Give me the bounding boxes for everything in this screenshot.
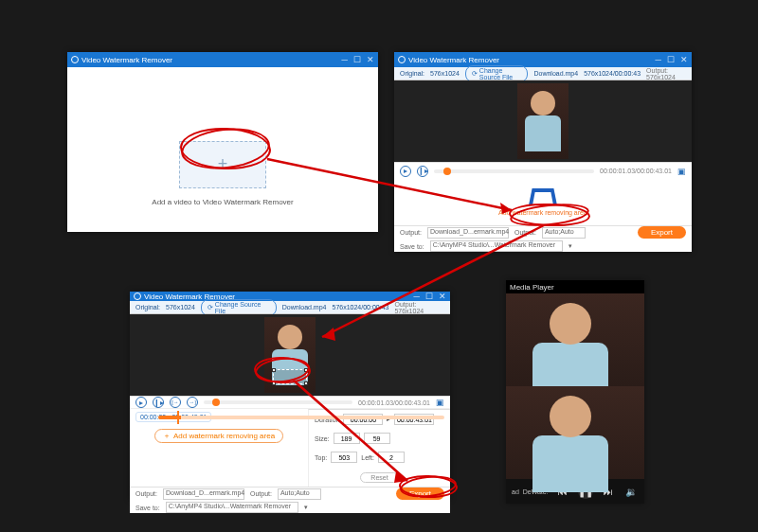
source-filename: Download.mp4 xyxy=(533,70,578,77)
export-button[interactable]: Export xyxy=(638,226,686,239)
export-button[interactable]: Export xyxy=(396,488,444,500)
top-input[interactable] xyxy=(331,452,357,463)
plus-icon: + xyxy=(218,154,228,174)
left-input[interactable] xyxy=(378,452,405,463)
media-player-title: Media Player xyxy=(506,280,644,293)
original-label: Original: xyxy=(400,70,424,77)
output-format-select[interactable]: Auto;Auto xyxy=(542,227,586,239)
maximize-icon[interactable]: ☐ xyxy=(353,55,361,64)
size-height-input[interactable] xyxy=(364,433,390,444)
window-add-area: Video Watermark Remover ─ ☐ ✕ Original: … xyxy=(394,52,692,252)
media-frame-top xyxy=(506,293,644,386)
top-label: Top: xyxy=(315,454,327,461)
titlebar: Video Watermark Remover ─ ☐ ✕ xyxy=(394,52,692,67)
step-icon[interactable]: ❙▸ xyxy=(417,166,428,177)
original-value: 576x1024 xyxy=(430,70,460,77)
close-icon[interactable]: ✕ xyxy=(367,55,374,64)
volume-icon[interactable]: 🔉 xyxy=(623,484,639,499)
time-display: 00:00:01.03/00:00:43.01 xyxy=(600,168,672,174)
app-logo-icon xyxy=(398,56,406,63)
add-area-zone: Add watermark removing area xyxy=(394,179,692,225)
reset-button[interactable]: Reset xyxy=(360,472,398,483)
save-path-field[interactable]: C:\AnyMP4 Studio\...Watermark Remover xyxy=(166,502,298,513)
set-out-icon[interactable]: →] xyxy=(187,397,198,408)
window-editor: Video Watermark Remover ─ ☐ ✕ Original: … xyxy=(130,292,450,500)
video-thumbnail xyxy=(517,83,568,159)
size-width-input[interactable] xyxy=(334,433,360,444)
step-icon[interactable]: ❙▸ xyxy=(153,397,164,408)
add-video-dropzone[interactable]: + xyxy=(179,141,266,188)
titlebar: Video Watermark Remover ─ ☐ ✕ xyxy=(130,292,450,301)
left-label: Left: xyxy=(361,454,374,461)
add-area-link[interactable]: Add watermark removing area xyxy=(498,209,587,216)
save-to-label: Save to: xyxy=(400,243,424,250)
size-label: Size: xyxy=(315,435,330,442)
titlebar: Video Watermark Remover ─ ☐ ✕ xyxy=(67,52,378,67)
media-player-window: Media Player ad_DeWate... ⏮ ❚❚ ⏭ 🔉 xyxy=(506,280,644,504)
source-dims: 576x1024/00:00:43 xyxy=(584,70,641,77)
set-in-icon[interactable]: [→ xyxy=(170,397,181,408)
dropzone-hint: Add a video to Video Watermark Remover xyxy=(152,198,293,206)
maximize-icon[interactable]: ☐ xyxy=(425,292,433,301)
save-path-dropdown-icon[interactable]: ▾ xyxy=(304,504,308,511)
time-display: 00:00:01.03/00:00:43.01 xyxy=(358,399,430,406)
watermark-selection-box[interactable] xyxy=(273,369,307,384)
app-logo-icon xyxy=(71,56,79,63)
app-title: Video Watermark Remover xyxy=(81,56,172,64)
source-info-bar: Original: 576x1024 ⟳ Change Source File … xyxy=(130,301,450,314)
play-icon[interactable]: ▸ xyxy=(400,166,411,177)
video-preview xyxy=(394,80,692,162)
seek-slider[interactable] xyxy=(204,400,352,404)
maximize-icon[interactable]: ☐ xyxy=(667,55,675,64)
output-file-field[interactable]: Download_D...ermark.mp4 xyxy=(163,488,244,500)
snapshot-icon[interactable]: ▣ xyxy=(677,167,686,176)
close-icon[interactable]: ✕ xyxy=(680,55,688,64)
minimize-icon[interactable]: ─ xyxy=(414,292,420,301)
playback-controls: ▸ ❙▸ [→ →] 00:00:01.03/00:00:43.01 ▣ xyxy=(130,396,450,408)
tray-icon[interactable] xyxy=(529,188,557,205)
output-format-label: Output: xyxy=(514,229,536,236)
snapshot-icon[interactable]: ▣ xyxy=(436,398,444,407)
minimize-icon[interactable]: ─ xyxy=(342,55,348,64)
playback-controls: ▸ ❙▸ 00:00:01.03/00:00:43.01 ▣ xyxy=(394,162,692,179)
save-path-field[interactable]: C:\AnyMP4 Studio\...Watermark Remover xyxy=(430,240,563,252)
video-preview[interactable] xyxy=(130,314,450,396)
playhead-icon[interactable] xyxy=(177,411,179,424)
app-title: Video Watermark Remover xyxy=(408,56,499,64)
minimize-icon[interactable]: ─ xyxy=(656,55,661,64)
play-icon[interactable]: ▸ xyxy=(135,397,147,408)
output-file-field[interactable]: Download_D...ermark.mp4 xyxy=(427,227,509,239)
footer-bar: Output: Download_D...ermark.mp4 Output: … xyxy=(130,487,450,513)
output-format-select[interactable]: Auto;Auto xyxy=(278,488,321,500)
add-area-button[interactable]: ＋ Add watermark removing area xyxy=(154,429,283,443)
area-properties-panel: Duration ▸ Size: Top: Left: Reset xyxy=(308,409,450,487)
change-source-button[interactable]: ⟳ Change Source File xyxy=(201,299,277,316)
timeline[interactable] xyxy=(130,408,450,409)
footer-bar: Output: Download_D...ermark.mp4 Output: … xyxy=(394,225,692,252)
change-source-button[interactable]: ⟳ Change Source File xyxy=(465,65,529,82)
app-logo-icon xyxy=(134,293,141,300)
window-empty-dropzone: Video Watermark Remover ─ ☐ ✕ + Add a vi… xyxy=(67,52,378,232)
close-icon[interactable]: ✕ xyxy=(439,292,446,301)
media-frame-bottom xyxy=(506,386,644,479)
source-info-bar: Original: 576x1024 ⟳ Change Source File … xyxy=(394,67,692,80)
empty-canvas: + Add a video to Video Watermark Remover xyxy=(67,67,378,232)
seek-slider[interactable] xyxy=(434,169,594,173)
output-file-label: Output: xyxy=(400,229,422,236)
save-path-dropdown-icon[interactable]: ▾ xyxy=(568,242,572,250)
